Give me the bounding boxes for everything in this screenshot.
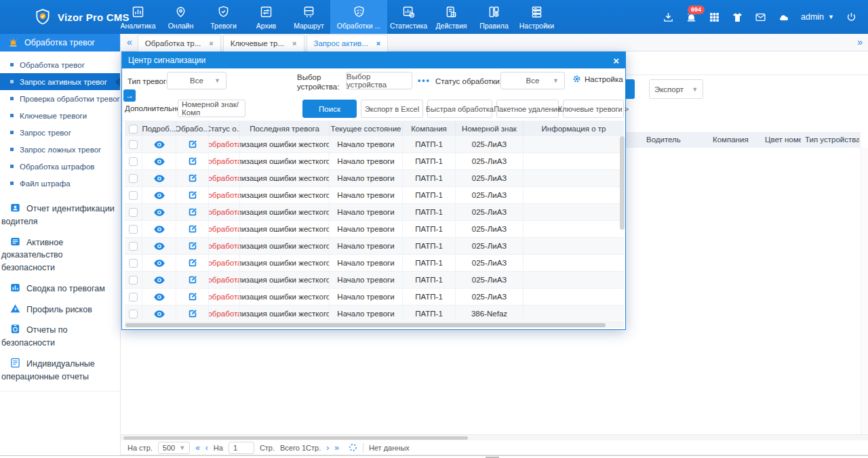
sidebar-item-alarm-summary[interactable]: Сводка по тревогам <box>0 278 120 299</box>
select-all-checkbox[interactable] <box>129 125 138 133</box>
expand-panel-arrow-button[interactable]: → <box>123 89 136 102</box>
row-checkbox[interactable] <box>129 225 138 234</box>
horizontal-scrollbar[interactable] <box>121 434 868 440</box>
column-status[interactable]: Статус о... <box>209 121 240 136</box>
close-icon[interactable]: × <box>376 39 380 47</box>
eye-icon[interactable] <box>154 276 165 285</box>
edit-icon[interactable] <box>188 190 197 200</box>
edit-icon[interactable] <box>188 275 197 285</box>
nav-route[interactable]: Маршрут <box>288 0 330 34</box>
nav-analytics[interactable]: Аналитика <box>117 0 159 34</box>
device-select-input[interactable]: Выбор устройства <box>346 72 412 89</box>
sidebar-item[interactable]: Обработка штрафов <box>0 158 120 175</box>
table-row[interactable]: Необработано Сигнализация ошибки жестког… <box>125 221 624 238</box>
row-checkbox[interactable] <box>129 293 138 301</box>
sidebar-item-individual-reports[interactable]: Индивидуальные операционные отчеты <box>0 354 120 388</box>
row-checkbox[interactable] <box>129 208 138 217</box>
sidebar-section-header[interactable]: Обработка тревог <box>0 34 120 51</box>
tab[interactable]: Ключевые тр...× <box>223 35 304 51</box>
device-more-icon[interactable]: ••• <box>418 76 431 85</box>
column-current-state[interactable]: Текущее состояние <box>330 121 403 136</box>
nav-processing[interactable]: Обработки ... <box>330 0 387 34</box>
quick-process-button[interactable]: Быстрая обработка <box>427 100 492 118</box>
grid-apps-icon[interactable] <box>709 12 720 23</box>
column-driver[interactable]: Водитель <box>646 136 681 144</box>
edit-icon[interactable] <box>188 140 197 149</box>
column-process[interactable]: Обрабо... <box>176 121 209 136</box>
prev-page-button[interactable]: ‹ <box>205 443 208 453</box>
eye-icon[interactable] <box>154 208 165 217</box>
edit-icon[interactable] <box>188 258 197 268</box>
sidebar-item[interactable]: Обработка тревог <box>0 56 120 73</box>
column-company[interactable]: Компания <box>713 136 749 144</box>
first-page-button[interactable]: « <box>195 443 200 453</box>
edit-icon[interactable] <box>188 173 197 183</box>
background-table-scrollbar[interactable] <box>861 148 868 435</box>
shirt-icon[interactable] <box>732 12 743 23</box>
sidebar-item[interactable]: Запрос ложных тревог <box>0 141 120 158</box>
table-row[interactable]: Необработано Сигнализация ошибки жестког… <box>125 153 624 170</box>
table-row[interactable]: Необработано Сигнализация ошибки жестког… <box>125 136 624 153</box>
alarm-type-select[interactable]: Все▼ <box>167 72 226 89</box>
row-checkbox[interactable] <box>129 259 138 268</box>
table-row[interactable]: Необработано Сигнализация ошибки жестког… <box>125 289 624 306</box>
column-company[interactable]: Компания <box>403 121 456 136</box>
mail-icon[interactable] <box>755 12 766 23</box>
process-status-select[interactable]: Все▼ <box>500 72 565 89</box>
key-alarms-button[interactable]: Ключевые тревоги > <box>563 100 624 118</box>
table-row[interactable]: Необработано Сигнализация ошибки жестког… <box>125 238 624 255</box>
table-row[interactable]: Необработано Сигнализация ошибки жестког… <box>125 272 624 289</box>
column-device-type[interactable]: Тип устройства <box>805 136 859 144</box>
row-checkbox[interactable] <box>129 310 138 318</box>
nav-rules[interactable]: Правила <box>473 0 515 34</box>
eye-icon[interactable] <box>154 174 165 183</box>
sidebar-item-active-evidence[interactable]: Активное доказательство безопасности <box>0 232 120 278</box>
nav-alarms[interactable]: Тревоги <box>202 0 245 34</box>
edit-icon[interactable] <box>188 224 197 234</box>
batch-delete-button[interactable]: Пакетное удаление <box>496 100 559 118</box>
eye-icon[interactable] <box>154 310 165 318</box>
sidebar-item[interactable]: Запрос активных тревог <box>0 73 120 90</box>
edit-icon[interactable] <box>188 309 197 318</box>
row-checkbox[interactable] <box>129 174 138 183</box>
cloud-icon[interactable] <box>778 12 789 23</box>
page-number-input[interactable]: 1 <box>229 442 254 454</box>
eye-icon[interactable] <box>154 191 165 200</box>
export-excel-button[interactable]: Экспорт в Excel <box>361 100 423 118</box>
close-icon[interactable]: × <box>613 56 619 66</box>
modal-vertical-scrollbar[interactable] <box>619 136 625 322</box>
last-page-button[interactable]: » <box>334 443 339 453</box>
tab[interactable]: Запрос актив...× <box>307 35 389 51</box>
row-checkbox[interactable] <box>129 242 138 251</box>
column-last-alarm[interactable]: Последняя тревога <box>240 121 330 136</box>
export-dropdown-button[interactable]: Экспорт ▼ <box>649 79 703 99</box>
table-row[interactable]: Необработано Сигнализация ошибки жестког… <box>125 204 624 221</box>
additional-filter-input[interactable]: Номерной знак/Комп <box>178 100 245 117</box>
sidebar-item-safety-reports[interactable]: Отчеты по безопасности <box>0 320 120 354</box>
window-bottom-scrollbar[interactable] <box>0 455 868 458</box>
next-page-button[interactable]: › <box>326 443 329 453</box>
modal-horizontal-scrollbar[interactable] <box>125 322 624 328</box>
eye-icon[interactable] <box>154 225 165 234</box>
nav-statistics[interactable]: Статистика <box>387 0 430 34</box>
tabs-scroll-right[interactable]: » <box>851 37 868 51</box>
column-plate-color[interactable]: Цвет номера <box>765 136 801 144</box>
edit-icon[interactable] <box>188 292 197 301</box>
eye-icon[interactable] <box>154 242 165 251</box>
eye-icon[interactable] <box>154 293 165 301</box>
nav-actions[interactable]: Действия <box>430 0 473 34</box>
column-plate[interactable]: Номерной знак <box>456 121 524 136</box>
settings-button[interactable]: Настройка <box>572 75 623 83</box>
table-row[interactable]: Необработано Сигнализация ошибки жестког… <box>125 170 624 187</box>
close-icon[interactable]: × <box>209 39 213 47</box>
scrollbar-thumb[interactable] <box>123 436 468 440</box>
row-checkbox[interactable] <box>129 140 138 149</box>
power-icon[interactable] <box>846 12 857 23</box>
scrollbar-thumb[interactable] <box>125 323 606 327</box>
row-checkbox[interactable] <box>129 276 138 285</box>
eye-icon[interactable] <box>154 157 165 166</box>
download-icon[interactable] <box>663 12 674 23</box>
sidebar-item-risk-profile[interactable]: Профиль рисков <box>0 299 120 320</box>
eye-icon[interactable] <box>154 140 165 149</box>
edit-icon[interactable] <box>188 157 197 166</box>
